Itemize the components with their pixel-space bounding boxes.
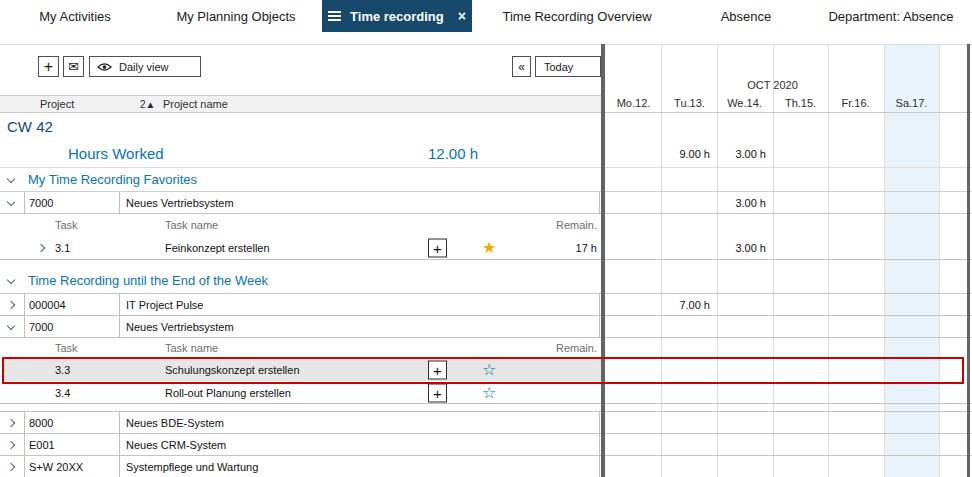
plus-icon: + (433, 362, 442, 379)
section-week-plan[interactable]: Time Recording until the End of the Week (0, 260, 972, 294)
hours-cell-tu[interactable]: 9.00 h (662, 148, 710, 160)
section-favorites[interactable]: My Time Recording Favorites (0, 168, 972, 192)
task-id[interactable]: 3.1 (55, 242, 70, 254)
project-name-cell[interactable]: Neues Vertriebsystem (120, 316, 600, 337)
previous-week-button[interactable]: « (512, 56, 531, 77)
tab-time-recording-label: Time recording (350, 9, 444, 24)
project-row[interactable]: 8000 Neues BDE-System (0, 412, 972, 434)
tab-my-activities[interactable]: My Activities (0, 0, 150, 32)
hours-cell-we[interactable]: 3.00 h (718, 242, 766, 254)
mail-button[interactable]: ✉ (63, 56, 84, 77)
plus-icon: + (433, 239, 442, 256)
hours-worked-total: 12.00 h (428, 145, 478, 162)
day-header-fr: Fr.16. (828, 97, 883, 109)
chevron-down-icon[interactable] (7, 322, 15, 330)
project-row[interactable]: 000004 IT Project Pulse 7.00 h (0, 294, 972, 316)
tab-time-recording[interactable]: Time recording × (322, 0, 472, 32)
project-id-cell[interactable]: E001 (24, 434, 120, 455)
favorite-star-outline-icon[interactable]: ☆ (482, 385, 496, 401)
section-favorites-title: My Time Recording Favorites (28, 172, 197, 187)
chevron-down-icon[interactable] (7, 198, 15, 206)
chevron-right-icon[interactable] (7, 301, 15, 309)
double-chevron-left-icon: « (518, 60, 525, 74)
task-id[interactable]: 3.3 (55, 364, 70, 376)
task-row[interactable]: 3.4 Roll-out Planung erstellen + ☆ (0, 382, 972, 404)
add-time-button[interactable]: + (428, 238, 447, 257)
task-name[interactable]: Schulungskonzept erstellen (165, 364, 300, 376)
tab-time-recording-overview[interactable]: Time Recording Overview (472, 0, 682, 32)
task-column-header: Task (55, 342, 78, 354)
menu-icon[interactable] (328, 11, 341, 21)
tab-my-planning-objects[interactable]: My Planning Objects (150, 0, 322, 32)
project-id-cell[interactable]: S+W 20XX (24, 456, 120, 477)
row-spacer (0, 404, 972, 412)
task-column-header: Task (55, 219, 78, 231)
day-header-tu: Tu.13. (662, 97, 717, 109)
remaining-hours: 17 h (500, 242, 597, 254)
project-name-cell[interactable]: Neues CRM-System (120, 434, 600, 455)
tab-bar: My Activities My Planning Objects Time r… (0, 0, 972, 32)
right-panel-splitter[interactable] (967, 44, 970, 477)
chevron-down-icon[interactable] (7, 175, 15, 183)
column-header-project-name[interactable]: Project name (163, 98, 228, 110)
project-id-cell[interactable]: 7000 (24, 316, 120, 337)
project-row[interactable]: 7000 Neues Vertriebsystem (0, 316, 972, 338)
task-header-row: Task Task name Remain. (0, 214, 972, 236)
section-week-plan-title: Time Recording until the End of the Week (28, 273, 268, 288)
hours-cell-tu[interactable]: 7.00 h (662, 299, 710, 311)
tab-absence[interactable]: Absence (682, 0, 810, 32)
chevron-down-icon[interactable] (7, 276, 15, 284)
tab-department-absence[interactable]: Department: Absence (810, 0, 972, 32)
sort-indicator: 2▲ (140, 99, 155, 110)
task-id[interactable]: 3.4 (55, 387, 70, 399)
chevron-right-icon[interactable] (7, 441, 15, 449)
chevron-right-icon[interactable] (7, 463, 15, 471)
project-name-cell[interactable]: Neues Vertriebsystem (120, 192, 600, 213)
column-header-project[interactable]: Project (40, 98, 74, 110)
task-row[interactable]: 3.1 Feinkonzept erstellen + ★ 17 h 3.00 … (0, 236, 972, 260)
hours-cell-we[interactable]: 3.00 h (718, 148, 766, 160)
project-name-cell[interactable]: Neues BDE-System (120, 412, 600, 433)
today-label: Today (544, 61, 573, 73)
time-recording-app: My Activities My Planning Objects Time r… (0, 0, 972, 477)
day-header-mo: Mo.12. (606, 97, 661, 109)
eye-icon (97, 62, 112, 72)
project-name-cell[interactable]: IT Project Pulse (120, 294, 600, 315)
project-id-cell[interactable]: 000004 (24, 294, 120, 315)
project-row[interactable]: S+W 20XX Systempflege und Wartung (0, 456, 972, 477)
table-header: Project 2▲ Project name (0, 95, 601, 113)
daily-view-button[interactable]: Daily view (89, 56, 201, 77)
task-name-column-header: Task name (165, 342, 218, 354)
calendar-week-row: CW 42 (0, 113, 972, 141)
day-header-th: Th.15. (773, 97, 828, 109)
remaining-column-header: Remain. (500, 219, 597, 231)
favorite-star-outline-icon[interactable]: ☆ (482, 362, 496, 378)
project-row[interactable]: E001 Neues CRM-System (0, 434, 972, 456)
panel-splitter[interactable] (601, 44, 605, 477)
envelope-icon: ✉ (68, 59, 79, 74)
plus-icon: + (433, 384, 442, 401)
task-name-column-header: Task name (165, 219, 218, 231)
plus-icon: + (44, 58, 53, 76)
content-top-divider (0, 44, 972, 45)
task-name[interactable]: Roll-out Planung erstellen (165, 387, 291, 399)
calendar-week-label: CW 42 (7, 118, 53, 135)
hours-cell-we[interactable]: 3.00 h (718, 197, 766, 209)
project-row[interactable]: 7000 Neues Vertriebsystem 3.00 h (0, 192, 972, 214)
project-id-cell[interactable]: 7000 (24, 192, 120, 213)
task-header-row: Task Task name Remain. (0, 338, 972, 358)
day-header-we: We.14. (717, 97, 772, 109)
project-name-cell[interactable]: Systempflege und Wartung (120, 456, 600, 477)
today-button[interactable]: Today (535, 56, 601, 77)
chevron-right-icon[interactable] (7, 419, 15, 427)
add-time-button[interactable]: + (428, 383, 447, 402)
chevron-right-icon[interactable] (37, 244, 45, 252)
add-time-button[interactable]: + (428, 361, 447, 380)
selected-row-background (4, 359, 601, 381)
task-name[interactable]: Feinkonzept erstellen (165, 242, 270, 254)
close-tab-icon[interactable]: × (458, 8, 466, 24)
task-row-selected[interactable]: 3.3 Schulungskonzept erstellen + ☆ (0, 358, 972, 382)
project-id-cell[interactable]: 8000 (24, 412, 120, 433)
favorite-star-filled-icon[interactable]: ★ (482, 240, 496, 256)
add-button[interactable]: + (38, 56, 59, 77)
